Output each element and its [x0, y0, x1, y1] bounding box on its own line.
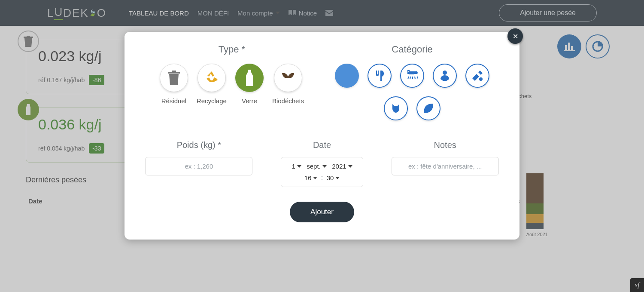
chevron-down-icon — [348, 165, 352, 168]
date-picker: 1 sept. 2021 16 : 30 — [281, 157, 363, 187]
type-option-verre[interactable]: Verre — [235, 64, 264, 105]
type-label: Résiduel — [161, 97, 186, 105]
trash-icon — [160, 64, 188, 92]
baby-icon — [439, 70, 451, 82]
date-month-select[interactable]: sept. — [307, 163, 327, 170]
category-option-pet[interactable] — [384, 96, 408, 120]
weight-input[interactable] — [145, 157, 252, 175]
close-icon: ✕ — [513, 32, 518, 40]
sprout-icon — [274, 64, 302, 92]
date-minute-value: 30 — [327, 174, 334, 181]
tools-icon — [471, 70, 483, 82]
date-day-value: 1 — [292, 163, 295, 170]
date-minute-select[interactable]: 30 — [327, 174, 340, 181]
date-label: Date — [265, 140, 380, 150]
recycle-icon — [197, 64, 226, 92]
date-hour-value: 16 — [304, 174, 312, 181]
date-year-select[interactable]: 2021 — [332, 163, 352, 170]
svg-point-1 — [479, 77, 483, 81]
bottle-icon — [235, 64, 264, 92]
date-hour-select[interactable]: 16 — [304, 174, 318, 181]
leaf-icon — [422, 102, 434, 114]
chevron-down-icon — [297, 165, 301, 168]
category-option-bathroom[interactable] — [400, 64, 424, 88]
modal-close-button[interactable]: ✕ — [507, 28, 523, 44]
svg-point-0 — [443, 71, 447, 75]
date-year-value: 2021 — [332, 163, 346, 170]
time-separator: : — [321, 174, 323, 181]
add-weighing-modal: ✕ Type * Résiduel Recyclage — [125, 32, 519, 240]
type-label: Recyclage — [197, 97, 227, 105]
weight-label: Poids (kg) * — [142, 140, 256, 150]
category-option-baby[interactable] — [433, 64, 457, 88]
type-label: Biodéchets — [272, 97, 304, 105]
category-heading: Catégorie — [322, 44, 502, 55]
notes-label: Notes — [388, 140, 502, 150]
shower-icon — [406, 70, 418, 82]
category-option-none[interactable] — [335, 64, 359, 88]
date-day-select[interactable]: 1 — [292, 163, 301, 170]
type-option-biodechets[interactable]: Biodéchets — [272, 64, 304, 105]
date-month-value: sept. — [307, 163, 321, 170]
submit-button[interactable]: Ajouter — [290, 202, 354, 222]
cutlery-icon — [374, 70, 386, 82]
category-option-food[interactable] — [368, 64, 392, 88]
type-heading: Type * — [142, 44, 322, 55]
chevron-down-icon — [322, 165, 327, 168]
category-option-diy[interactable] — [465, 64, 489, 88]
chevron-down-icon — [313, 177, 317, 179]
type-option-residuel[interactable]: Résiduel — [160, 64, 188, 105]
type-label: Verre — [242, 97, 257, 105]
cat-icon — [390, 102, 402, 114]
category-option-garden[interactable] — [416, 96, 440, 120]
chevron-down-icon — [335, 177, 340, 179]
type-option-recyclage[interactable]: Recyclage — [197, 64, 227, 105]
notes-input[interactable] — [392, 157, 499, 175]
